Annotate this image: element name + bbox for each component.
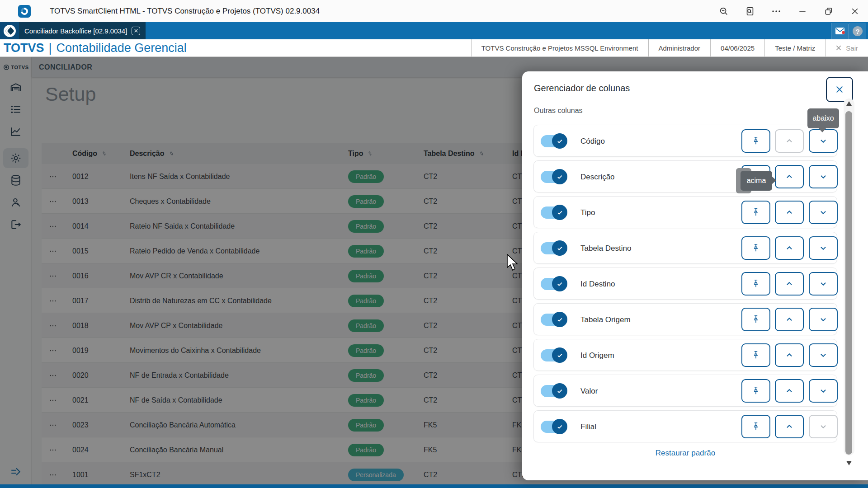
move-column-down-button[interactable] [809,236,838,260]
chevron-up-icon [784,422,794,432]
move-column-down-button[interactable] [809,165,838,188]
move-column-up-button[interactable] [775,343,804,367]
zoom-out-button[interactable] [711,0,737,22]
column-row: Tabela Destino [533,232,837,264]
column-visibility-toggle[interactable] [541,171,566,183]
move-column-down-button[interactable] [809,129,838,153]
pin-column-button[interactable] [741,236,770,260]
magnifier-minus-icon [719,6,729,16]
chevron-down-icon [818,422,828,432]
smartclient-app-icon [18,5,31,18]
product-brand: TOTVS | Contabilidade Gerencial [4,39,187,56]
column-label: Id Origem [580,339,614,371]
tab-conciliador-backoffice[interactable]: Conciliador Backoffice [02.9.0034] [19,22,146,39]
chevron-up-icon [784,172,794,182]
column-row: Código [533,125,837,157]
move-column-down-button[interactable] [809,343,838,367]
move-column-down-button[interactable] [809,415,838,438]
date-label: 04/06/2025 [710,39,764,56]
mouse-cursor [506,254,522,272]
move-column-down-button[interactable] [809,308,838,331]
chevron-down-icon [818,279,828,289]
pin-column-button[interactable] [741,379,770,403]
brand-product: Contabilidade Gerencial [57,41,187,55]
column-visibility-toggle[interactable] [541,278,566,290]
scrollbar-up-arrow[interactable] [846,101,852,106]
window-search-icon [745,6,755,16]
check-icon [556,423,564,431]
toggle-knob [552,312,567,327]
pushpin-icon [751,386,761,396]
column-visibility-toggle[interactable] [541,421,566,433]
move-column-up-button[interactable] [775,129,804,153]
chevron-up-icon [784,207,794,217]
scrollbar-down-arrow[interactable] [846,461,852,465]
brand-name: TOTVS [4,41,44,55]
column-visibility-toggle[interactable] [541,135,566,147]
check-icon [556,137,564,145]
panel-title: Gerenciador de colunas [534,83,630,94]
more-options-button[interactable] [763,0,789,22]
session-info-bar: TOTVS Construção e Projetos MSSQL Enviro… [471,39,868,56]
totvs-swirl-icon [4,25,16,37]
column-visibility-toggle[interactable] [541,349,566,361]
messages-button[interactable] [831,23,849,39]
close-icon [850,7,859,16]
column-label: Tabela Origem [580,304,631,336]
logout-label: Sair [846,44,858,52]
column-row: Filial [533,410,837,442]
pin-column-button[interactable] [741,129,770,153]
column-visibility-toggle[interactable] [541,206,566,219]
restore-default-link[interactable]: Restaurar padrão [522,449,849,458]
move-column-down-button[interactable] [809,379,838,403]
user-label: Administrador [648,39,711,56]
restore-button[interactable] [816,0,842,22]
pin-column-button[interactable] [741,415,770,438]
window-title: TOTVS SmartClient HTML - TOTVS Construçã… [50,0,320,22]
find-in-window-button[interactable] [737,0,763,22]
toggle-knob [552,347,567,363]
column-label: Descrição [580,161,615,193]
panel-scrollbar-thumb[interactable] [845,111,852,455]
move-column-up-button[interactable] [775,201,804,224]
help-button[interactable]: ? [849,23,866,39]
column-visibility-toggle[interactable] [541,242,566,254]
toggle-knob [552,169,567,184]
logout-button[interactable]: Sair [825,39,868,56]
pin-column-button[interactable] [741,272,770,296]
toggle-knob [552,240,567,256]
environment-label: TOTVS Construção e Projetos MSSQL Enviro… [471,39,648,56]
move-column-up-button[interactable] [775,165,804,188]
tab-label: Conciliador Backoffice [02.9.0034] [24,27,127,35]
check-icon [556,209,564,216]
chevron-down-icon [818,136,828,146]
move-column-up-button[interactable] [775,236,804,260]
envelope-icon [835,27,845,36]
chevron-down-icon [818,172,828,182]
move-column-down-button[interactable] [809,272,838,296]
minimize-icon [798,7,807,16]
pushpin-icon [751,136,761,146]
column-visibility-toggle[interactable] [541,314,566,326]
product-header: TOTVS | Contabilidade Gerencial TOTVS Co… [0,39,868,57]
pin-column-button[interactable] [741,201,770,224]
move-column-up-button[interactable] [775,379,804,403]
pin-column-button[interactable] [741,343,770,367]
minimize-button[interactable] [789,0,816,22]
check-icon [556,173,564,181]
column-manager-panel: Gerenciador de colunas Outras colunas Có… [522,71,868,480]
move-column-up-button[interactable] [775,415,804,438]
column-label: Código [580,125,605,157]
pushpin-icon [751,279,761,289]
pin-column-button[interactable] [741,308,770,331]
tooltip-abaixo: abaixo [807,108,839,128]
tab-close-button[interactable] [132,27,140,35]
column-label: Id Destino [580,268,615,300]
column-visibility-toggle[interactable] [541,385,566,397]
move-column-down-button[interactable] [809,201,838,224]
column-label: Tipo [580,197,595,229]
move-column-up-button[interactable] [775,272,804,296]
move-column-up-button[interactable] [775,308,804,331]
close-button[interactable] [842,0,868,22]
brand-separator: | [49,41,52,55]
